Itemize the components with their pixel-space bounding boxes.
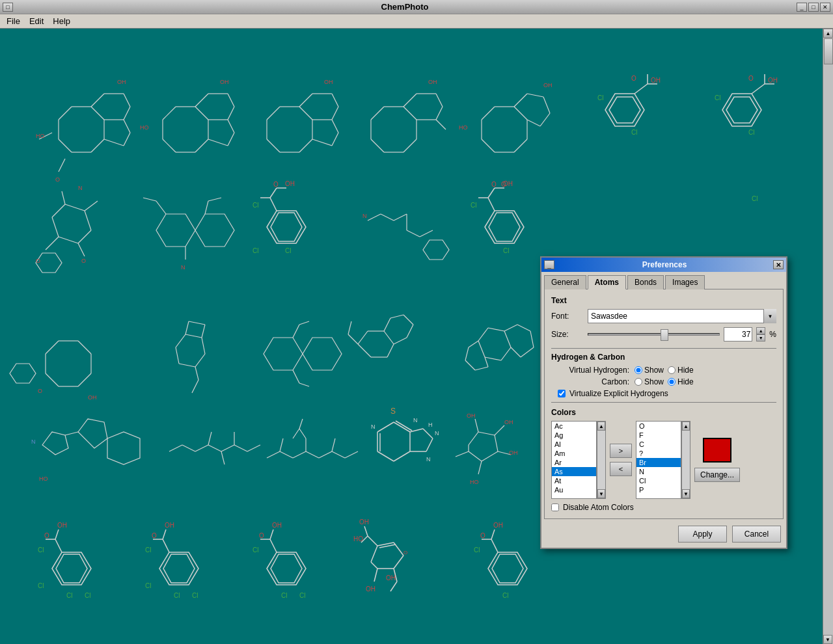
svg-text:OH: OH — [386, 574, 396, 582]
left-atom-list[interactable]: Ac Ag Al Am Ar As At Au — [551, 421, 597, 499]
right-scroll-up[interactable]: ▲ — [682, 422, 690, 431]
svg-text:Cl: Cl — [597, 94, 603, 101]
dialog-bottom-buttons: Apply Cancel — [541, 522, 786, 548]
slider-thumb[interactable] — [661, 329, 668, 341]
right-list-scrollbar[interactable]: ▲ ▼ — [681, 421, 690, 499]
change-color-btn[interactable]: Change... — [694, 468, 740, 482]
spin-down-btn[interactable]: ▼ — [756, 334, 765, 342]
left-list-scrollbar[interactable]: ▲ ▼ — [597, 421, 606, 499]
size-input[interactable] — [724, 327, 752, 342]
left-scroll-up[interactable]: ▲ — [597, 422, 605, 431]
svg-text:OH: OH — [504, 419, 513, 425]
maximize-btn[interactable]: □ — [808, 3, 819, 12]
list-item-am[interactable]: Am — [552, 449, 596, 458]
virtual-hydrogen-show[interactable]: Show — [635, 366, 664, 375]
disable-colors-checkbox[interactable] — [551, 503, 559, 511]
svg-text:Cl: Cl — [38, 546, 44, 554]
dialog-minimize-btn[interactable]: _ — [544, 260, 554, 269]
menu-file[interactable]: File — [3, 15, 24, 27]
svg-text:Cl: Cl — [285, 247, 291, 254]
virtual-hydrogen-label: Virtual Hydrogen: — [558, 366, 629, 375]
list-item-at[interactable]: At — [552, 476, 596, 485]
carbon-show-radio[interactable] — [635, 378, 642, 386]
menu-help[interactable]: Help — [49, 15, 74, 27]
scroll-thumb[interactable] — [824, 38, 833, 64]
svg-text:O: O — [748, 75, 754, 82]
divider-1 — [551, 348, 776, 349]
menu-bar: File Edit Help — [0, 14, 833, 29]
size-unit: % — [769, 330, 776, 339]
carbon-hide[interactable]: Hide — [668, 377, 694, 386]
apply-button[interactable]: Apply — [678, 526, 727, 543]
dialog-close-btn[interactable]: ✕ — [773, 260, 784, 269]
svg-text:N: N — [31, 438, 36, 445]
font-label: Font: — [551, 312, 584, 321]
svg-text:O: O — [273, 181, 279, 188]
remove-from-right-btn[interactable]: < — [610, 462, 632, 476]
size-slider[interactable] — [588, 333, 720, 336]
svg-text:Cl: Cl — [145, 582, 151, 589]
tab-atoms[interactable]: Atoms — [588, 275, 626, 289]
svg-text:N: N — [362, 213, 367, 219]
tab-images[interactable]: Images — [665, 275, 705, 289]
virtual-hydrogen-hide-radio[interactable] — [668, 366, 676, 374]
scroll-down-btn[interactable]: ▼ — [823, 635, 832, 644]
right-scroll-down[interactable]: ▼ — [682, 489, 690, 498]
virtualize-checkbox[interactable] — [558, 390, 566, 397]
virtual-hydrogen-group: Show Hide — [635, 366, 694, 375]
svg-text:OH: OH — [57, 522, 67, 529]
spin-up-btn[interactable]: ▲ — [756, 327, 765, 334]
virtualize-row: Virtualize Explicit Hydrogens — [551, 389, 776, 398]
right-item-p[interactable]: P — [636, 485, 681, 494]
svg-text:O: O — [501, 181, 506, 188]
virtual-hydrogen-show-radio[interactable] — [635, 366, 642, 374]
main-scrollbar[interactable]: ▲ ▼ — [823, 29, 833, 644]
svg-text:Cl: Cl — [503, 247, 509, 254]
list-item-au[interactable]: Au — [552, 485, 596, 494]
window-control-btn[interactable]: □ — [3, 3, 13, 12]
carbon-hide-radio[interactable] — [668, 378, 676, 386]
tab-general[interactable]: General — [544, 275, 586, 289]
svg-text:OH: OH — [366, 585, 376, 593]
svg-text:Cl: Cl — [145, 546, 151, 554]
list-item-ag[interactable]: Ag — [552, 431, 596, 440]
right-item-br[interactable]: Br — [636, 458, 681, 467]
close-btn[interactable]: ✕ — [820, 3, 830, 12]
svg-text:N: N — [78, 185, 83, 191]
tab-bonds[interactable]: Bonds — [627, 275, 664, 289]
carbon-group: Show Hide — [635, 377, 694, 386]
virtual-hydrogen-row: Virtual Hydrogen: Show Hide — [551, 366, 776, 375]
list-item-ac[interactable]: Ac — [552, 422, 596, 431]
left-scroll-down[interactable]: ▼ — [597, 489, 605, 498]
right-item-n[interactable]: N — [636, 467, 681, 476]
svg-text:N: N — [426, 456, 431, 463]
color-swatch[interactable] — [703, 438, 731, 463]
list-item-as[interactable]: As — [552, 467, 596, 476]
right-item-q[interactable]: ? — [636, 449, 681, 458]
cancel-button[interactable]: Cancel — [732, 526, 781, 543]
size-label: Size: — [551, 330, 584, 339]
right-atom-list[interactable]: O F C ? Br N Cl P — [636, 421, 681, 499]
minimize-btn[interactable]: _ — [797, 3, 807, 12]
font-row: Font: Sawasdee ▼ — [551, 309, 776, 323]
list-item-ar[interactable]: Ar — [552, 458, 596, 467]
svg-text:Cl: Cl — [474, 546, 480, 554]
right-item-c[interactable]: C — [636, 440, 681, 449]
add-to-right-btn[interactable]: > — [610, 444, 632, 458]
menu-edit[interactable]: Edit — [25, 15, 48, 27]
scroll-up-btn[interactable]: ▲ — [823, 29, 833, 38]
virtual-hydrogen-hide[interactable]: Hide — [668, 366, 694, 375]
carbon-show[interactable]: Show — [635, 377, 664, 386]
svg-text:Cl: Cl — [748, 129, 754, 136]
svg-text:HO: HO — [36, 133, 45, 139]
right-item-cl[interactable]: Cl — [636, 476, 681, 485]
svg-text:OH: OH — [493, 522, 503, 529]
svg-text:OH: OH — [165, 522, 174, 529]
list-item-al[interactable]: Al — [552, 440, 596, 449]
right-item-o[interactable]: O — [636, 422, 681, 431]
svg-text:O: O — [44, 532, 49, 539]
font-select[interactable]: Sawasdee — [588, 309, 776, 323]
right-item-f[interactable]: F — [636, 431, 681, 440]
svg-text:Cl: Cl — [752, 195, 758, 202]
right-list-container: O F C ? Br N Cl P ▲ ▼ — [636, 421, 690, 499]
